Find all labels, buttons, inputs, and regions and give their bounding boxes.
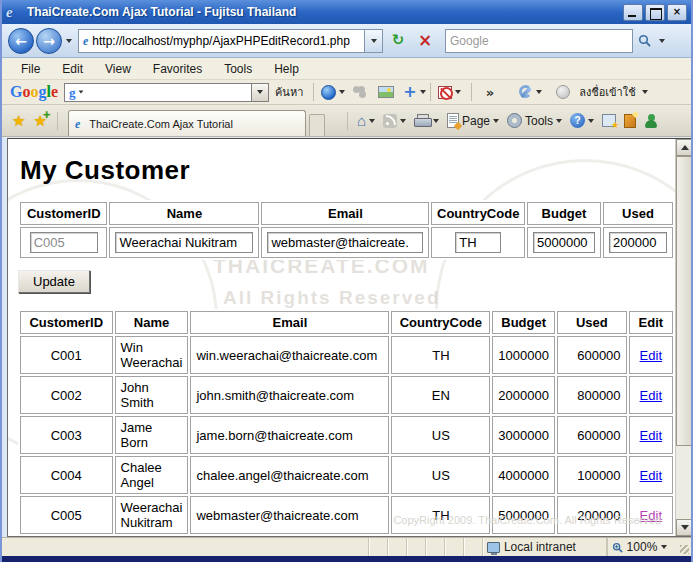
cell-customerid: C003 — [20, 416, 113, 454]
search-options-dropdown[interactable] — [655, 29, 669, 53]
signin-label[interactable]: ลงชื่อเข้าใช้ — [579, 83, 635, 101]
email-field[interactable] — [267, 232, 423, 253]
account-button[interactable] — [556, 85, 570, 99]
page-favicon-icon: e — [83, 34, 88, 48]
menu-edit[interactable]: Edit — [51, 60, 94, 78]
cell-used: 600000 — [557, 416, 627, 454]
active-tab[interactable]: e ThaiCreate.Com Ajax Tutorial — [68, 110, 306, 136]
cell-customerid: C002 — [20, 376, 113, 414]
scrollbar-thumb[interactable] — [676, 156, 693, 446]
command-bar: ★ ★+ e ThaiCreate.Com Ajax Tutorial ⌂ Pa… — [2, 105, 691, 137]
tab-title: ThaiCreate.Com Ajax Tutorial — [89, 118, 233, 130]
name-field[interactable] — [115, 232, 253, 253]
favorites-center-button[interactable]: ★ — [12, 112, 25, 130]
search-box[interactable] — [445, 29, 633, 53]
address-field[interactable]: e http://localhost/myphp/AjaxPHPEditReco… — [78, 29, 383, 53]
research-button[interactable] — [621, 112, 639, 130]
countrycode-field[interactable] — [455, 232, 501, 253]
search-input[interactable] — [446, 34, 632, 48]
back-button[interactable]: ← — [8, 28, 34, 54]
refresh-icon: ↻ — [392, 33, 405, 48]
add-gadget-dropdown[interactable] — [420, 90, 426, 94]
refresh-button[interactable]: ↻ — [386, 29, 410, 53]
new-tab-button[interactable] — [309, 114, 325, 136]
menu-tools[interactable]: Tools — [213, 60, 263, 78]
url-text[interactable]: http://localhost/myphp/AjaxPHPEditRecord… — [92, 34, 364, 48]
google-g-dropdown[interactable] — [78, 90, 83, 93]
menu-file[interactable]: File — [10, 60, 51, 78]
edit-link[interactable]: Edit — [640, 428, 662, 443]
pagerank-dropdown[interactable] — [339, 90, 345, 94]
col-name: Name — [115, 311, 189, 334]
cell-budget: 4000000 — [492, 456, 555, 494]
google-g-icon[interactable]: g — [65, 86, 78, 99]
update-button[interactable]: Update — [18, 270, 90, 293]
menu-view[interactable]: View — [94, 60, 142, 78]
col-email: Email — [190, 311, 389, 334]
signin-dropdown[interactable] — [642, 90, 648, 94]
used-field[interactable] — [609, 232, 667, 253]
resize-grip[interactable] — [680, 538, 691, 556]
cell-name: John Smith — [115, 376, 189, 414]
recent-pages-dropdown[interactable] — [66, 39, 72, 43]
stop-button[interactable]: × — [413, 29, 437, 53]
status-panel — [426, 538, 445, 556]
scroll-up-button[interactable] — [676, 139, 693, 156]
research-icon — [624, 114, 636, 128]
table-row: C002 John Smith john.smith@thaicreate.co… — [20, 376, 673, 414]
table-row: C004 Chalee Angel chalee.angel@thaicreat… — [20, 456, 673, 494]
zoom-dropdown[interactable] — [661, 545, 667, 549]
vertical-scrollbar[interactable] — [675, 139, 692, 536]
budget-field[interactable] — [533, 232, 595, 253]
feeds-button[interactable] — [380, 112, 409, 130]
status-bar: Local intranet 100% — [2, 537, 691, 556]
close-button[interactable]: × — [667, 4, 687, 21]
toolbar-separator — [430, 83, 431, 101]
customerid-field[interactable] — [30, 232, 98, 253]
stop-icon: × — [418, 33, 432, 48]
toolbar-settings-dropdown[interactable] — [536, 90, 542, 94]
edit-link[interactable]: Edit — [640, 468, 662, 483]
toolbar-overflow-chevron[interactable]: » — [486, 86, 494, 99]
maximize-button[interactable] — [645, 4, 665, 21]
edit-link[interactable]: Edit — [640, 388, 662, 403]
google-search-button[interactable]: ค้นหา — [275, 83, 303, 101]
scroll-down-button[interactable] — [676, 519, 693, 536]
toolbar-settings-button[interactable] — [518, 85, 533, 100]
pagerank-globe-button[interactable] — [321, 85, 336, 100]
home-button[interactable]: ⌂ — [354, 112, 378, 130]
zoom-control[interactable]: 100% — [607, 538, 680, 556]
google-search-box[interactable]: g — [64, 83, 269, 102]
popup-blocker-button[interactable] — [438, 86, 452, 99]
popup-blocker-dropdown[interactable] — [455, 90, 461, 94]
address-dropdown-button[interactable] — [364, 30, 382, 52]
add-favorite-button[interactable]: ★+ — [33, 112, 46, 130]
col-budget: Budget — [492, 311, 555, 334]
toolbar-separator — [313, 83, 314, 101]
add-to-favorites-bar-button[interactable] — [599, 112, 619, 129]
print-button[interactable] — [411, 112, 442, 129]
tools-menu-button[interactable]: Tools — [504, 111, 565, 130]
window-star-icon — [602, 114, 616, 127]
page-menu-button[interactable]: Page — [444, 111, 502, 130]
messenger-button[interactable] — [641, 112, 661, 130]
photos-icon — [378, 86, 394, 98]
browser-window: e ThaiCreate.Com Ajax Tutorial - Fujitsu… — [0, 0, 693, 562]
google-search-dropdown[interactable] — [251, 84, 268, 101]
cell-countrycode: EN — [391, 376, 490, 414]
help-button[interactable]: ? — [567, 111, 597, 130]
menu-favorites[interactable]: Favorites — [142, 60, 213, 78]
spellcheck-button[interactable] — [353, 86, 367, 98]
edit-link[interactable]: Edit — [640, 348, 662, 363]
window-title: ThaiCreate.Com Ajax Tutorial - Fujitsu T… — [27, 5, 623, 19]
minimize-button[interactable] — [623, 4, 643, 21]
intranet-computer-icon — [487, 542, 500, 553]
forward-button[interactable]: → — [36, 28, 62, 54]
add-gadget-button[interactable]: + — [403, 85, 416, 99]
search-go-button[interactable] — [633, 29, 655, 53]
photos-button[interactable] — [378, 86, 394, 98]
menu-help[interactable]: Help — [263, 60, 310, 78]
table-row: C001 Win Weerachai win.weerachai@thaicre… — [20, 336, 673, 374]
zoom-level[interactable]: 100% — [627, 540, 658, 554]
account-circle-icon — [556, 85, 570, 99]
